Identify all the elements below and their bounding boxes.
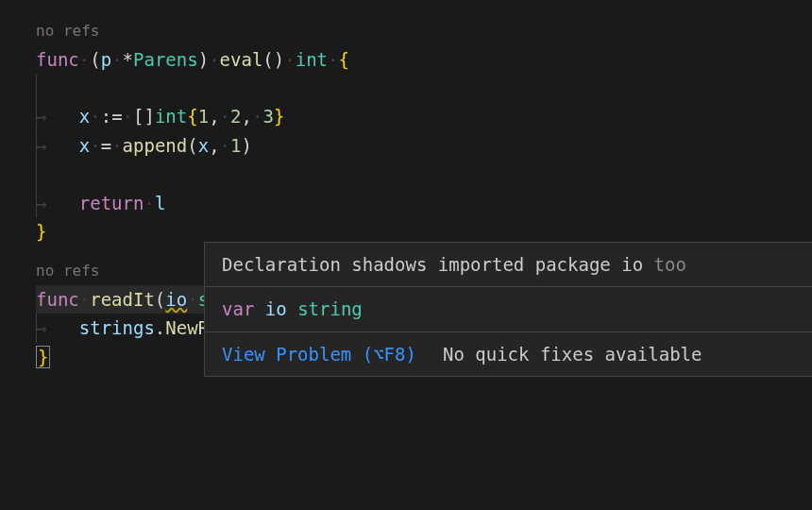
code-line[interactable]: → x·:=·[]int{1,·2,·3} [36,102,812,130]
receiver-name: p [101,49,111,70]
whitespace-arrow: → [36,193,46,213]
paren-open: ( [90,49,100,70]
number-literal: 2 [230,106,241,127]
whitespace-dot: · [144,193,154,213]
comma: , [209,106,219,127]
arg-x: x [198,135,209,156]
whitespace-dot: · [111,49,122,70]
keyword-func: func [36,49,79,70]
whitespace-dot: · [111,135,122,156]
assign-op: = [101,135,111,156]
brace-open: { [187,106,197,127]
whitespace-dot: · [90,106,100,127]
code-line[interactable] [36,74,812,102]
return-type: int [296,49,328,70]
code-line[interactable]: → x·=·append(x,·1) [36,131,812,160]
slice-bracket: [] [133,106,155,127]
indent-guide [36,102,37,130]
slice-type: int [155,106,187,127]
paren-open: ( [155,289,165,310]
method-name: eval [220,49,263,70]
number-literal: 3 [262,106,273,127]
whitespace-dot: · [328,49,338,70]
keyword-return: return [79,193,144,213]
paren-close: ) [274,49,284,70]
whitespace-arrow: → [36,135,46,156]
whitespace-dot: · [187,289,197,310]
func-name: readIt [90,289,155,310]
view-problem-shortcut: (⌥F8) [363,344,416,365]
whitespace-dot: · [252,106,262,127]
paren-close: ) [242,135,252,156]
comma: , [242,106,252,127]
hover-message-row: Declaration shadows imported package io … [205,243,812,286]
paren-close: ) [198,49,209,70]
indent-guide [36,160,37,188]
number-literal: 1 [230,135,241,156]
indent-guide [36,314,37,342]
number-literal: 1 [198,106,209,127]
brace-close: } [274,106,284,127]
paren-open: ( [262,49,273,70]
diagnostic-source: too [654,254,686,275]
whitespace-arrow: → [36,317,46,338]
whitespace-dot: · [90,135,100,156]
brace-close-cursor: } [36,346,50,368]
hover-tooltip: Declaration shadows imported package io … [204,242,812,377]
comma: , [209,135,219,156]
param-io-warning: io [165,289,187,310]
view-problem-link[interactable]: View Problem (⌥F8) [222,340,416,368]
append-fn: append [123,135,188,156]
code-line[interactable]: → return·l [36,189,812,217]
short-decl-op: := [101,106,123,127]
whitespace-arrow: → [36,106,46,127]
receiver-type: Parens [133,49,198,70]
brace-open: { [338,49,348,70]
pkg-strings: strings [79,317,155,338]
star-op: * [123,49,133,70]
hover-declaration-row: var io string [205,286,812,331]
no-quick-fix-label: No quick fixes available [443,340,702,368]
hover-actions-row: View Problem (⌥F8) No quick fixes availa… [205,332,812,376]
dot-op: . [155,317,165,338]
hover-var-type: string [297,298,363,319]
whitespace-dot: · [209,49,219,70]
whitespace-dot: · [220,106,230,127]
var-x: x [79,106,90,127]
code-line[interactable] [36,160,812,188]
var-x: x [79,135,90,156]
whitespace-dot: · [284,49,295,70]
whitespace-dot: · [79,49,90,70]
whitespace-dot: · [123,106,133,127]
paren-open: ( [187,135,197,156]
return-expr: l [155,193,165,213]
codelens-no-refs[interactable]: no refs [36,19,812,43]
indent-guide [36,74,37,102]
diagnostic-message: Declaration shadows imported package io [222,254,643,275]
indent-guide [36,131,37,160]
whitespace-dot: · [220,135,230,156]
whitespace-dot: · [79,289,90,310]
hover-var-keyword: var [222,298,254,319]
code-line[interactable]: func·(p·*Parens)·eval()·int·{ [36,45,812,74]
view-problem-label: View Problem [222,344,351,365]
indent-guide [36,189,37,217]
brace-close: } [36,221,46,242]
hover-var-name: io [265,298,287,319]
keyword-func: func [36,289,79,310]
